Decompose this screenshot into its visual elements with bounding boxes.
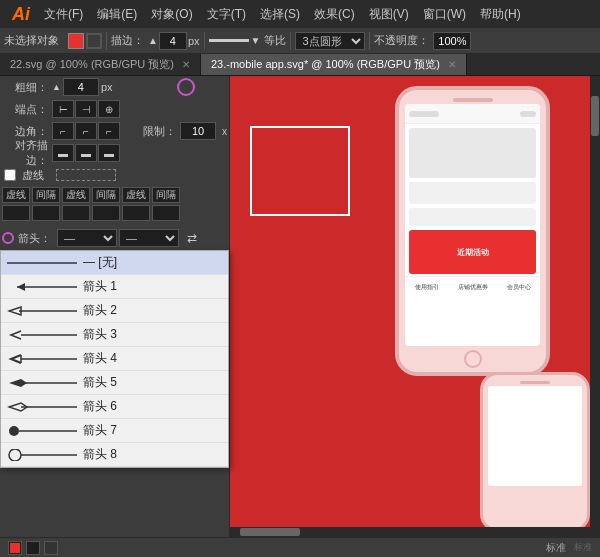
gap-val-3[interactable] — [152, 205, 180, 221]
phone-mockup-2 — [480, 372, 590, 532]
svg-marker-2 — [17, 283, 25, 291]
arrow-4-svg — [7, 353, 77, 365]
horizontal-scrollbar[interactable] — [230, 527, 590, 537]
dash-val-2[interactable] — [62, 205, 90, 221]
endpoint-row: 端点： ⊢ ⊣ ⊕ — [0, 98, 229, 120]
arrow-item-7[interactable]: 箭头 7 — [1, 419, 228, 443]
tab-2-close[interactable]: ✕ — [448, 59, 456, 70]
weight-label: 粗细： — [2, 80, 48, 95]
arrow-1-label: 箭头 1 — [83, 278, 117, 295]
opacity-input[interactable] — [433, 32, 471, 50]
gap-label-2: 间隔 — [92, 187, 120, 203]
arrow-4-label: 箭头 4 — [83, 350, 117, 367]
arrow-2-label: 箭头 2 — [83, 302, 117, 319]
menu-object[interactable]: 对象(O) — [145, 4, 198, 25]
scrollbar-thumb[interactable] — [591, 96, 599, 136]
menu-effect[interactable]: 效果(C) — [308, 4, 361, 25]
line-style-preview — [209, 39, 249, 42]
dashed-values-row — [0, 204, 229, 222]
arrow-6-label: 箭头 6 — [83, 398, 117, 415]
arrow-header-label: 箭头： — [18, 231, 51, 246]
weight-unit: px — [101, 81, 113, 93]
navbar-logo — [409, 111, 439, 117]
phone-mockup-1: 近期活动 使用指引 店铺优惠券 会员中心 — [395, 86, 550, 376]
stroke-unit: px — [188, 35, 200, 47]
arrow-flip-btn[interactable]: ⇄ — [187, 231, 197, 245]
align-btn-3[interactable]: ▬ — [98, 144, 120, 162]
arrow-5-label: 箭头 5 — [83, 374, 117, 391]
corner-style-select[interactable]: 3点圆形 — [295, 32, 365, 50]
tab-1-close[interactable]: ✕ — [182, 59, 190, 70]
phone2-screen — [488, 386, 582, 486]
stroke-width-input[interactable] — [159, 32, 187, 50]
endpoint-btn-3[interactable]: ⊕ — [98, 100, 120, 118]
dashed-inputs-row: 虚线 间隔 虚线 间隔 虚线 间隔 — [0, 186, 229, 204]
svg-point-13 — [9, 426, 19, 436]
align-btn-1[interactable]: ▬ — [52, 144, 74, 162]
arrow-8-label: 箭头 8 — [83, 446, 117, 463]
arrow-item-5[interactable]: 箭头 5 — [1, 371, 228, 395]
phone-screen: 近期活动 使用指引 店铺优惠券 会员中心 — [405, 104, 540, 346]
bottom-color-3[interactable] — [44, 541, 58, 555]
menu-window[interactable]: 窗口(W) — [417, 4, 472, 25]
select-label: 未选择对象 — [4, 33, 64, 48]
corner-btn-3[interactable]: ⌐ — [98, 122, 120, 140]
tab-1[interactable]: 22.svg @ 100% (RGB/GPU 预览) ✕ — [0, 54, 201, 75]
watermark: 标准 — [574, 541, 592, 554]
fill-color-swatch[interactable] — [68, 33, 84, 49]
arrow-start-select[interactable]: — — [57, 229, 117, 247]
arrow-1-svg — [7, 281, 77, 293]
arrow-item-1[interactable]: 箭头 1 — [1, 275, 228, 299]
phone-red-text: 近期活动 — [457, 247, 489, 258]
arrow-6-svg — [7, 401, 77, 413]
bottom-color-2[interactable] — [26, 541, 40, 555]
phone-card-2 — [409, 208, 536, 226]
arrow-item-none[interactable]: — [无] — [1, 251, 228, 275]
dash-label-3: 虚线 — [122, 187, 150, 203]
dashed-checkbox[interactable] — [4, 169, 16, 181]
menu-file[interactable]: 文件(F) — [38, 4, 89, 25]
arrow-end-select[interactable]: — — [119, 229, 179, 247]
tab-2[interactable]: 23.-mobile app.svg* @ 100% (RGB/GPU 预览) … — [201, 54, 467, 75]
corner-btn-1[interactable]: ⌐ — [52, 122, 74, 140]
align-btn-2[interactable]: ▬ — [75, 144, 97, 162]
phone-home-btn — [464, 350, 482, 368]
arrow-item-8[interactable]: 箭头 8 — [1, 443, 228, 467]
align-stroke-row: 对齐描边： ▬ ▬ ▬ — [0, 142, 229, 164]
phone2-speaker — [520, 381, 550, 384]
dash-val-3[interactable] — [122, 205, 150, 221]
bottom-color-1[interactable] — [8, 541, 22, 555]
tabs-row: 22.svg @ 100% (RGB/GPU 预览) ✕ 23.-mobile … — [0, 54, 600, 76]
arrow-7-label: 箭头 7 — [83, 422, 117, 439]
dashed-preview — [56, 169, 116, 181]
menu-help[interactable]: 帮助(H) — [474, 4, 527, 25]
stroke-up-arrow[interactable]: ▲ — [148, 35, 158, 46]
endpoint-btn-2[interactable]: ⊣ — [75, 100, 97, 118]
line-style-dropdown[interactable]: ▼ — [251, 35, 261, 46]
endpoint-label: 端点： — [2, 102, 48, 117]
arrow-item-6[interactable]: 箭头 6 — [1, 395, 228, 419]
circle-indicator — [177, 78, 195, 96]
weight-input[interactable] — [63, 78, 99, 96]
menu-select[interactable]: 选择(S) — [254, 4, 306, 25]
arrow-item-3[interactable]: 箭头 3 — [1, 323, 228, 347]
limit-x: x — [222, 126, 227, 137]
stroke-color-swatch[interactable] — [86, 33, 102, 49]
menu-text[interactable]: 文字(T) — [201, 4, 252, 25]
gap-val-1[interactable] — [32, 205, 60, 221]
svg-marker-9 — [9, 379, 27, 387]
corner-btn-2[interactable]: ⌐ — [75, 122, 97, 140]
gap-val-2[interactable] — [92, 205, 120, 221]
weight-up-icon[interactable]: ▲ — [52, 82, 61, 92]
menu-view[interactable]: 视图(V) — [363, 4, 415, 25]
menu-edit[interactable]: 编辑(E) — [91, 4, 143, 25]
vertical-scrollbar[interactable] — [590, 76, 600, 537]
endpoint-buttons: ⊢ ⊣ ⊕ — [52, 100, 120, 118]
h-scrollbar-thumb[interactable] — [240, 528, 300, 536]
arrow-item-2[interactable]: 箭头 2 — [1, 299, 228, 323]
endpoint-btn-1[interactable]: ⊢ — [52, 100, 74, 118]
dash-val-1[interactable] — [2, 205, 30, 221]
arrow-item-4[interactable]: 箭头 4 — [1, 347, 228, 371]
limit-input[interactable] — [180, 122, 216, 140]
nav-item-2: 店铺优惠券 — [458, 283, 488, 292]
